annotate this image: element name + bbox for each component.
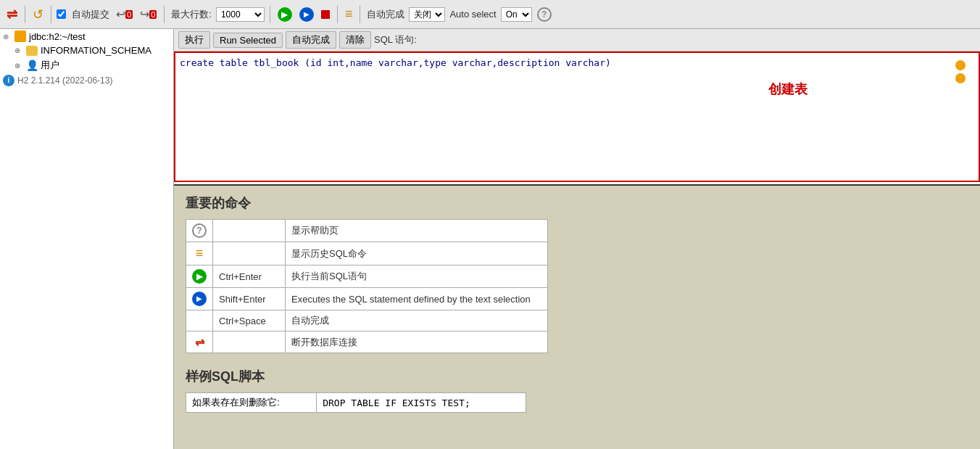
command-desc-cell: 显示历史SQL命令 [286, 242, 548, 265]
disconnect-cmd-icon: ⇌ [195, 336, 204, 348]
create-table-annotation: 创建表 [768, 81, 807, 98]
toolbar-separator-2 [51, 6, 51, 23]
autocomplete-label: 自动完成 [367, 8, 404, 21]
command-shortcut-cell: Ctrl+Space [213, 310, 286, 331]
command-icon-cell [186, 310, 213, 331]
refresh-icon: ↺ [33, 7, 43, 22]
table-row: ▶ Ctrl+Enter 执行当前SQL语句 [186, 265, 548, 288]
run-selected-cmd-icon: ▶ [192, 292, 207, 306]
command-desc-cell: 自动完成 [286, 310, 548, 331]
undo-icon: ↩ [116, 7, 125, 21]
table-row: 如果表存在则删除它: DROP TABLE IF EXISTS TEST; [186, 393, 526, 413]
toolbar-separator-4 [270, 6, 270, 23]
toolbar-separator-1 [25, 6, 25, 23]
tooltip-dot-2 [955, 73, 966, 83]
command-shortcut-cell [213, 220, 286, 242]
info-icon: i [3, 75, 14, 86]
command-icon-cell: ▶ [186, 265, 213, 288]
command-shortcut-cell: Shift+Enter [213, 288, 286, 310]
sidebar-item-schema[interactable]: ⊕ INFORMATION_SCHEMA [0, 44, 173, 57]
autocomplete-button[interactable]: 自动完成 [286, 31, 336, 49]
autocommit-label: 自动提交 [72, 8, 109, 21]
main-layout: ⊕ jdbc:h2:~/test ⊕ INFORMATION_SCHEMA ⊕ … [0, 29, 980, 449]
history-button[interactable]: ≡ [343, 5, 355, 23]
command-shortcut-cell: Ctrl+Enter [213, 265, 286, 288]
run-button[interactable]: ▶ [275, 6, 294, 23]
sidebar-db-name: jdbc:h2:~/test [29, 31, 86, 42]
maxrows-label: 最大行数: [171, 8, 212, 21]
expand-icon-schema: ⊕ [14, 46, 23, 54]
expand-icon-db: ⊕ [3, 33, 12, 41]
sample-label-cell: 如果表存在则删除它: [186, 393, 317, 413]
folder-icon [26, 46, 38, 56]
help-cmd-icon: ? [192, 223, 207, 238]
help-toolbar-button[interactable]: ? [535, 6, 554, 23]
toolbar-separator-6 [360, 6, 360, 23]
sql-label: SQL 语句: [374, 33, 417, 46]
command-icon-cell: ▶ [186, 288, 213, 310]
sidebar: ⊕ jdbc:h2:~/test ⊕ INFORMATION_SCHEMA ⊕ … [0, 29, 174, 449]
action-bar: 执行 Run Selected 自动完成 清除 SQL 语句: [174, 29, 980, 52]
sample-table: 如果表存在则删除它: DROP TABLE IF EXISTS TEST; [186, 392, 526, 413]
sql-area: 执行 Run Selected 自动完成 清除 SQL 语句: create t… [174, 29, 980, 186]
toolbar-separator-3 [164, 6, 165, 23]
run-selected-toolbar-button[interactable]: ▶ [297, 6, 316, 23]
toolbar: ⇌ ↺ 自动提交 ↩ 0 ↪ 0 最大行数: 100 1000 10000 10… [0, 0, 980, 29]
section2-title: 样例SQL脚本 [186, 368, 968, 385]
table-row: ⇌ 断开数据库连接 [186, 331, 548, 353]
stop-button[interactable] [319, 9, 332, 20]
stop-icon [321, 10, 330, 19]
tooltip-dot-1 [955, 60, 966, 70]
sql-editor[interactable]: create table tbl_book (id int,name varch… [174, 52, 980, 182]
command-shortcut-cell [213, 331, 286, 353]
run-icon: ▶ [278, 7, 292, 22]
autoselect-label: Auto select [449, 9, 496, 20]
table-row: ? 显示帮助页 [186, 220, 548, 242]
content-area: 执行 Run Selected 自动完成 清除 SQL 语句: create t… [174, 29, 980, 449]
command-desc-cell: 断开数据库连接 [286, 331, 548, 353]
history-cmd-icon: ≡ [196, 246, 204, 261]
sidebar-item-db[interactable]: ⊕ jdbc:h2:~/test [0, 29, 173, 44]
run-selected-button[interactable]: Run Selected [213, 33, 283, 48]
maxrows-select[interactable]: 100 1000 10000 100000 [216, 7, 265, 22]
run-sql-button[interactable]: 执行 [178, 31, 210, 49]
redo-icon: ↪ [140, 7, 149, 21]
command-desc-cell: Executes the SQL statement defined by th… [286, 288, 548, 310]
run-cmd-icon: ▶ [192, 269, 207, 284]
sidebar-schema-name: INFORMATION_SCHEMA [41, 45, 151, 56]
command-icon-cell: ≡ [186, 242, 213, 265]
refresh-button[interactable]: ↺ [30, 5, 46, 24]
table-row: ≡ 显示历史SQL命令 [186, 242, 548, 265]
sidebar-item-users[interactable]: ⊕ 👤 用户 [0, 57, 173, 73]
clear-button[interactable]: 清除 [339, 31, 371, 49]
sidebar-version-row: i H2 2.1.214 (2022-06-13) [0, 73, 173, 88]
section1-title: 重要的命令 [186, 194, 968, 212]
disconnect-button[interactable]: ⇌ [4, 5, 20, 24]
command-icon-cell: ⇌ [186, 331, 213, 353]
autoselect-select[interactable]: On Off [501, 7, 532, 22]
sql-editor-container: create table tbl_book (id int,name varch… [174, 52, 980, 184]
command-shortcut-cell [213, 242, 286, 265]
table-row: Ctrl+Space 自动完成 [186, 310, 548, 331]
command-desc-cell: 显示帮助页 [286, 220, 548, 242]
db-icon [14, 30, 26, 42]
sidebar-version: H2 2.1.214 (2022-06-13) [17, 75, 112, 86]
command-icon-cell: ? [186, 220, 213, 242]
users-icon: 👤 [26, 59, 38, 71]
redo-count: 0 [149, 10, 157, 19]
run-selected-icon: ▶ [299, 7, 314, 22]
commands-table: ? 显示帮助页 ≡ 显示历史SQL命令 [186, 219, 548, 353]
help-icon: ? [537, 7, 552, 22]
help-content: 重要的命令 ? 显示帮助页 ≡ [174, 186, 980, 449]
autocommit-checkbox[interactable] [57, 9, 66, 19]
toolbar-separator-5 [337, 6, 338, 23]
undo-count: 0 [125, 10, 133, 19]
history-icon: ≡ [345, 7, 353, 22]
sample-sql-cell: DROP TABLE IF EXISTS TEST; [317, 393, 526, 413]
autocomplete-mode-select[interactable]: 关闭 关闭 [409, 7, 445, 22]
redo-button[interactable]: ↪ 0 [138, 6, 159, 22]
undo-button[interactable]: ↩ 0 [114, 6, 135, 22]
expand-icon-users: ⊕ [14, 62, 23, 70]
command-desc-cell: 执行当前SQL语句 [286, 265, 548, 288]
table-row: ▶ Shift+Enter Executes the SQL statement… [186, 288, 548, 310]
